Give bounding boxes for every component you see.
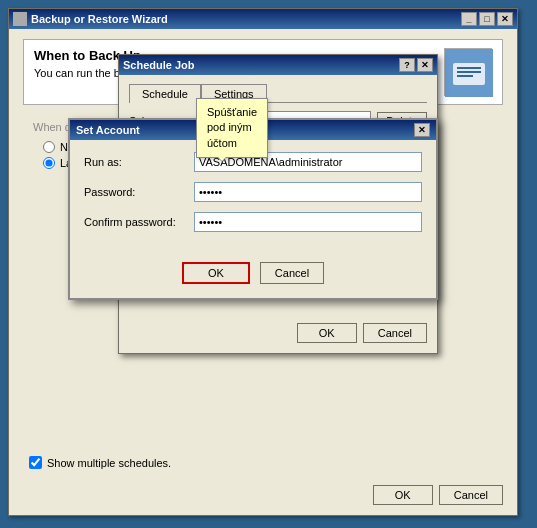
confirm-password-row: Confirm password: <box>84 212 422 232</box>
set-account-footer: OK Cancel <box>70 254 436 298</box>
titlebar-title-group: Backup or Restore Wizard <box>13 12 168 26</box>
run-as-label: Run as: <box>84 156 194 168</box>
wizard-cancel-button[interactable]: Cancel <box>439 485 503 505</box>
confirm-password-label: Confirm password: <box>84 216 194 228</box>
tab-schedule-label: Schedule <box>142 88 188 100</box>
schedule-ok-button[interactable]: OK <box>297 323 357 343</box>
titlebar-controls: _ □ ✕ <box>461 12 513 26</box>
svg-rect-4 <box>457 75 473 77</box>
password-label: Password: <box>84 186 194 198</box>
wizard-ok-button[interactable]: OK <box>373 485 433 505</box>
show-multiple-schedules-row: Show multiple schedules. <box>29 456 171 469</box>
radio-now[interactable] <box>43 141 55 153</box>
schedule-job-title: Schedule Job <box>123 59 195 71</box>
schedule-job-titlebar: Schedule Job ? ✕ <box>119 55 437 75</box>
password-row: Password: <box>84 182 422 202</box>
schedule-job-controls: ? ✕ <box>399 58 433 72</box>
svg-rect-1 <box>453 63 485 85</box>
set-account-title: Set Account <box>76 124 140 136</box>
radio-later[interactable] <box>43 157 55 169</box>
schedule-help-button[interactable]: ? <box>399 58 415 72</box>
show-multiple-checkbox[interactable] <box>29 456 42 469</box>
schedule-job-footer: OK Cancel <box>297 323 427 343</box>
svg-rect-3 <box>457 71 481 73</box>
tooltip-line3: účtom <box>207 136 257 151</box>
tooltip-callout: Spúšťanie pod iným účtom <box>196 98 268 158</box>
schedule-tabs: Schedule Settings <box>129 83 427 103</box>
tooltip-line1: Spúšťanie <box>207 105 257 120</box>
minimize-button[interactable]: _ <box>461 12 477 26</box>
backup-wizard-titlebar: Backup or Restore Wizard _ □ ✕ <box>9 9 517 29</box>
tooltip-line2: pod iným <box>207 120 257 135</box>
maximize-button[interactable]: □ <box>479 12 495 26</box>
wizard-icon <box>13 12 27 26</box>
schedule-close-button[interactable]: ✕ <box>417 58 433 72</box>
tab-schedule[interactable]: Schedule <box>129 84 201 103</box>
set-account-close-button[interactable]: ✕ <box>414 123 430 137</box>
set-account-cancel-button[interactable]: Cancel <box>260 262 324 284</box>
wizard-footer: OK Cancel <box>373 485 503 505</box>
svg-rect-2 <box>457 67 481 69</box>
backup-wizard-title: Backup or Restore Wizard <box>31 13 168 25</box>
wizard-header-icon <box>444 48 492 96</box>
close-button[interactable]: ✕ <box>497 12 513 26</box>
schedule-cancel-button[interactable]: Cancel <box>363 323 427 343</box>
show-multiple-label: Show multiple schedules. <box>47 457 171 469</box>
set-account-ok-button[interactable]: OK <box>182 262 250 284</box>
confirm-password-input[interactable] <box>194 212 422 232</box>
password-input[interactable] <box>194 182 422 202</box>
